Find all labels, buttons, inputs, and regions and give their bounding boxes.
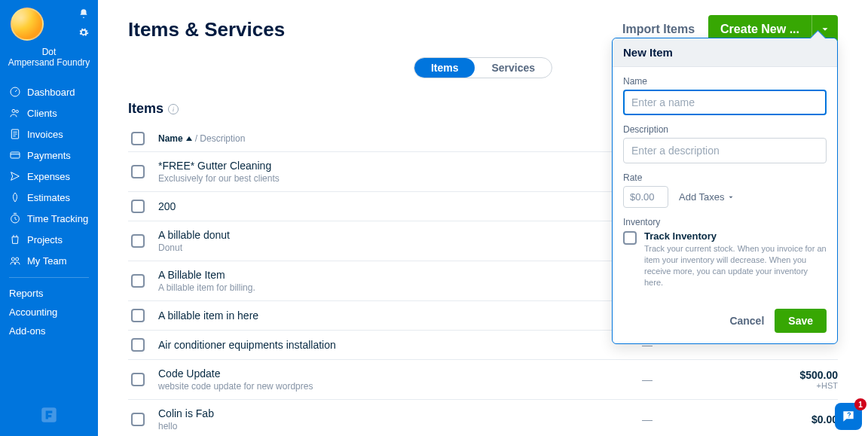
sidebar-item-expenses[interactable]: Expenses xyxy=(0,166,98,187)
item-description: website code update for new wordpres xyxy=(158,381,642,392)
row-checkbox[interactable] xyxy=(131,373,145,386)
description-field-label: Description xyxy=(623,124,827,135)
cancel-button[interactable]: Cancel xyxy=(729,315,764,327)
sidebar-item-my-team[interactable]: My Team xyxy=(0,250,98,271)
main-content: Items & Services Import Items Create New… xyxy=(98,0,868,436)
item-name: A Billable Item xyxy=(158,269,642,281)
nav-divider xyxy=(9,277,89,278)
save-button[interactable]: Save xyxy=(775,309,827,333)
sidebar-item-estimates[interactable]: Estimates xyxy=(0,187,98,208)
info-icon[interactable]: i xyxy=(168,104,179,114)
gear-icon[interactable] xyxy=(78,27,89,40)
item-rate-sub: +HST xyxy=(747,381,838,390)
item-stock: — xyxy=(642,373,747,386)
help-fab[interactable]: 1 xyxy=(835,403,862,430)
item-description: Donut xyxy=(158,242,642,253)
company-name: Ampersand Foundry xyxy=(8,57,90,68)
svg-point-9 xyxy=(848,416,849,417)
row-checkbox[interactable] xyxy=(131,338,145,352)
rate-field-label: Rate xyxy=(623,172,827,183)
item-description: A billable item for billing. xyxy=(158,282,642,293)
table-row[interactable]: Colin is Fabhello—$0.00 xyxy=(128,400,838,436)
sidebar-item-addons[interactable]: Add-ons xyxy=(0,322,98,340)
row-checkbox[interactable] xyxy=(131,309,145,322)
item-name: A billable item in here xyxy=(158,309,642,322)
svg-point-1 xyxy=(12,109,15,112)
row-checkbox[interactable] xyxy=(131,274,145,288)
sidebar: Dot Ampersand Foundry Dashboard Clients … xyxy=(0,0,98,436)
sidebar-item-invoices[interactable]: Invoices xyxy=(0,123,98,145)
sidebar-item-clients[interactable]: Clients xyxy=(0,102,98,123)
chat-icon xyxy=(841,409,856,424)
item-name: Code Update xyxy=(158,367,642,380)
inventory-field-label: Inventory xyxy=(623,217,827,227)
item-name: Air conditioner equipments installation xyxy=(158,339,642,351)
sidebar-item-dashboard[interactable]: Dashboard xyxy=(0,81,98,102)
sidebar-item-reports[interactable]: Reports xyxy=(0,284,98,303)
chevron-down-icon xyxy=(727,194,735,201)
column-header-name[interactable]: Name / Description xyxy=(158,133,642,144)
tab-items[interactable]: Items xyxy=(414,58,475,78)
row-checkbox[interactable] xyxy=(131,234,145,248)
track-inventory-label: Track Inventory xyxy=(644,230,827,242)
item-stock: — xyxy=(642,413,747,425)
row-checkbox[interactable] xyxy=(131,165,145,178)
row-checkbox[interactable] xyxy=(131,200,145,213)
track-inventory-description: Track your current stock. When you invoi… xyxy=(644,243,827,288)
rate-input[interactable] xyxy=(623,186,668,208)
page-title: Items & Services xyxy=(128,18,285,41)
svg-point-6 xyxy=(11,258,14,261)
item-rate: $0.00 xyxy=(747,413,838,425)
app-logo xyxy=(39,405,59,427)
sidebar-item-time-tracking[interactable]: Time Tracking xyxy=(0,208,98,229)
sidebar-item-payments[interactable]: Payments xyxy=(0,145,98,166)
user-name: Dot xyxy=(42,47,57,57)
item-description: hello xyxy=(158,421,642,431)
item-name: A billable donut xyxy=(158,229,642,241)
tab-services[interactable]: Services xyxy=(475,58,552,78)
item-name: 200 xyxy=(158,200,642,212)
sidebar-item-projects[interactable]: Projects xyxy=(0,229,98,250)
import-items-link[interactable]: Import Items xyxy=(622,23,695,36)
add-taxes-link[interactable]: Add Taxes xyxy=(679,191,735,203)
name-field-label: Name xyxy=(623,76,827,87)
track-inventory-checkbox[interactable] xyxy=(623,231,637,245)
avatar[interactable] xyxy=(11,8,44,41)
description-input[interactable] xyxy=(623,138,827,163)
bell-icon[interactable] xyxy=(78,8,89,21)
select-all-checkbox[interactable] xyxy=(131,132,145,145)
section-title: Items xyxy=(128,101,164,117)
item-name: *FREE* Gutter Cleaning xyxy=(158,160,642,172)
help-badge: 1 xyxy=(854,398,866,410)
item-description: Exclusively for our best clients xyxy=(158,173,642,184)
item-name: Colin is Fab xyxy=(158,407,642,419)
svg-rect-4 xyxy=(11,152,20,158)
sort-caret-up-icon xyxy=(186,136,192,141)
tabs: Items Services xyxy=(414,57,552,78)
popover-title: New Item xyxy=(613,38,837,67)
svg-point-2 xyxy=(16,110,18,112)
table-row[interactable]: Code Updatewebsite code update for new w… xyxy=(128,360,838,400)
svg-point-7 xyxy=(16,258,19,261)
sidebar-item-accounting[interactable]: Accounting xyxy=(0,303,98,322)
item-rate: $500.00 xyxy=(747,369,838,381)
row-checkbox[interactable] xyxy=(131,413,145,426)
new-item-popover: New Item Name Description Rate Add Taxes xyxy=(612,38,838,344)
name-input[interactable] xyxy=(623,90,827,115)
